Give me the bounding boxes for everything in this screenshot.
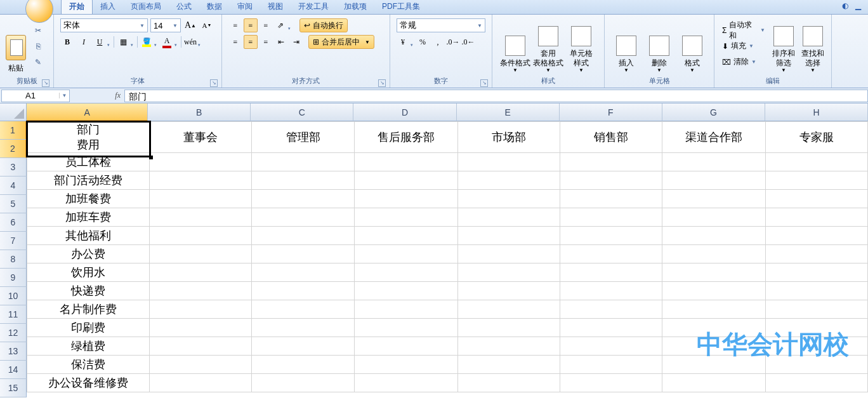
cell-F10[interactable] bbox=[560, 282, 662, 300]
cell-C5[interactable] bbox=[252, 190, 354, 208]
cell-C12[interactable] bbox=[252, 319, 354, 337]
format-as-table-button[interactable]: 套用 表格格式▼ bbox=[533, 19, 563, 74]
cell-H5[interactable] bbox=[765, 190, 867, 208]
row-headers[interactable]: 123456789101112131415 bbox=[0, 121, 27, 397]
fx-icon[interactable]: fx bbox=[115, 91, 121, 100]
cell-A14[interactable]: 保洁费 bbox=[27, 356, 150, 374]
cell-A6[interactable]: 加班车费 bbox=[27, 208, 150, 227]
cell-D1[interactable]: 售后服务部 bbox=[354, 122, 457, 153]
col-header-E[interactable]: E bbox=[457, 103, 560, 121]
underline-button[interactable]: U bbox=[93, 35, 111, 49]
cell-C11[interactable] bbox=[252, 300, 354, 319]
name-box[interactable]: A1▼ bbox=[1, 90, 70, 102]
cell-G3[interactable] bbox=[662, 153, 765, 171]
cell-A11[interactable]: 名片制作费 bbox=[27, 300, 150, 319]
cell-A5[interactable]: 加班餐费 bbox=[27, 190, 150, 208]
merge-center-button[interactable]: ⊞合并后居中▼ bbox=[308, 35, 374, 49]
cell-styles-button[interactable]: 单元格 样式▼ bbox=[566, 19, 596, 74]
cell-E6[interactable] bbox=[457, 208, 560, 227]
cell-A9[interactable]: 饮用水 bbox=[27, 263, 150, 282]
cell-H3[interactable] bbox=[765, 153, 867, 171]
cell-H1[interactable]: 专家服 bbox=[765, 122, 867, 153]
col-header-D[interactable]: D bbox=[353, 103, 456, 121]
paste-button[interactable]: 粘贴 bbox=[3, 19, 29, 74]
cell-F3[interactable] bbox=[560, 153, 662, 171]
font-dialog-launcher[interactable]: ↘ bbox=[210, 79, 218, 87]
clear-button[interactable]: ⌧清除▼ bbox=[720, 55, 768, 69]
bold-button[interactable]: B bbox=[60, 35, 74, 49]
cell-B4[interactable] bbox=[150, 171, 252, 190]
cell-D13[interactable] bbox=[354, 337, 457, 356]
cell-A10[interactable]: 快递费 bbox=[27, 282, 150, 300]
cell-H9[interactable] bbox=[765, 263, 867, 282]
cell-D6[interactable] bbox=[354, 208, 457, 227]
format-painter-button[interactable]: ✎ bbox=[30, 55, 46, 69]
align-bottom-button[interactable]: ≡ bbox=[259, 18, 273, 32]
cell-F6[interactable] bbox=[560, 208, 662, 227]
alignment-dialog-launcher[interactable]: ↘ bbox=[378, 79, 386, 87]
cell-G10[interactable] bbox=[662, 282, 765, 300]
cell-D15[interactable] bbox=[354, 374, 457, 392]
wrap-text-button[interactable]: ↩自动换行 bbox=[299, 18, 348, 32]
row-header-7[interactable]: 7 bbox=[0, 232, 27, 250]
cell-G7[interactable] bbox=[662, 227, 765, 245]
cell-G8[interactable] bbox=[662, 245, 765, 263]
cell-F9[interactable] bbox=[560, 263, 662, 282]
cell-C10[interactable] bbox=[252, 282, 354, 300]
cell-H6[interactable] bbox=[765, 208, 867, 227]
cell-H11[interactable] bbox=[765, 300, 867, 319]
tab-insert[interactable]: 插入 bbox=[93, 0, 123, 14]
row-header-6[interactable]: 6 bbox=[0, 213, 27, 232]
cell-G15[interactable] bbox=[662, 374, 765, 392]
increase-indent-button[interactable]: ⇥ bbox=[289, 35, 303, 49]
tab-home[interactable]: 开始 bbox=[61, 0, 93, 14]
cell-C1[interactable]: 管理部 bbox=[252, 122, 354, 153]
cell-G1[interactable]: 渠道合作部 bbox=[662, 122, 765, 153]
cell-C7[interactable] bbox=[252, 227, 354, 245]
row-header-5[interactable]: 5 bbox=[0, 195, 27, 213]
col-header-H[interactable]: H bbox=[765, 103, 868, 121]
cell-D11[interactable] bbox=[354, 300, 457, 319]
cell-A13[interactable]: 绿植费 bbox=[27, 337, 150, 356]
cell-A12[interactable]: 印刷费 bbox=[27, 319, 150, 337]
decrease-indent-button[interactable]: ⇤ bbox=[274, 35, 288, 49]
font-size-combo[interactable]: 14▼ bbox=[150, 18, 181, 32]
cell-F11[interactable] bbox=[560, 300, 662, 319]
tab-formulas[interactable]: 公式 bbox=[169, 0, 199, 14]
font-name-combo[interactable]: 宋体▼ bbox=[60, 18, 148, 32]
cell-A3[interactable]: 员工体检 bbox=[27, 153, 150, 171]
cell-G11[interactable] bbox=[662, 300, 765, 319]
row-header-4[interactable]: 4 bbox=[0, 177, 27, 195]
formula-input[interactable]: 部门 bbox=[124, 90, 868, 102]
row-header-8[interactable]: 8 bbox=[0, 250, 27, 269]
col-header-B[interactable]: B bbox=[148, 103, 251, 121]
tab-layout[interactable]: 页面布局 bbox=[123, 0, 169, 14]
clipboard-dialog-launcher[interactable]: ↘ bbox=[42, 79, 49, 87]
align-left-button[interactable]: ≡ bbox=[228, 35, 242, 49]
cell-B14[interactable] bbox=[150, 356, 252, 374]
cell-D12[interactable] bbox=[354, 319, 457, 337]
cell-D5[interactable] bbox=[354, 190, 457, 208]
col-header-A[interactable]: A bbox=[27, 103, 148, 121]
cell-E11[interactable] bbox=[457, 300, 560, 319]
conditional-format-button[interactable]: 条件格式▼ bbox=[500, 19, 530, 74]
cell-B5[interactable] bbox=[150, 190, 252, 208]
cell-F5[interactable] bbox=[560, 190, 662, 208]
tab-developer[interactable]: 开发工具 bbox=[291, 0, 336, 14]
cell-E10[interactable] bbox=[457, 282, 560, 300]
cell-B6[interactable] bbox=[150, 208, 252, 227]
cell-C3[interactable] bbox=[252, 153, 354, 171]
tab-view[interactable]: 视图 bbox=[260, 0, 291, 14]
currency-button[interactable]: ¥ bbox=[397, 35, 414, 49]
cell-C6[interactable] bbox=[252, 208, 354, 227]
cell-G12[interactable] bbox=[662, 319, 765, 337]
align-center-button[interactable]: ≡ bbox=[244, 35, 258, 49]
number-format-combo[interactable]: 常规▼ bbox=[397, 18, 485, 32]
font-color-button[interactable]: A bbox=[161, 35, 178, 49]
row-header-10[interactable]: 10 bbox=[0, 287, 27, 305]
cell-D4[interactable] bbox=[354, 171, 457, 190]
cell-B1[interactable]: 董事会 bbox=[150, 122, 252, 153]
cell-B9[interactable] bbox=[150, 263, 252, 282]
cell-F12[interactable] bbox=[560, 319, 662, 337]
cell-E5[interactable] bbox=[457, 190, 560, 208]
